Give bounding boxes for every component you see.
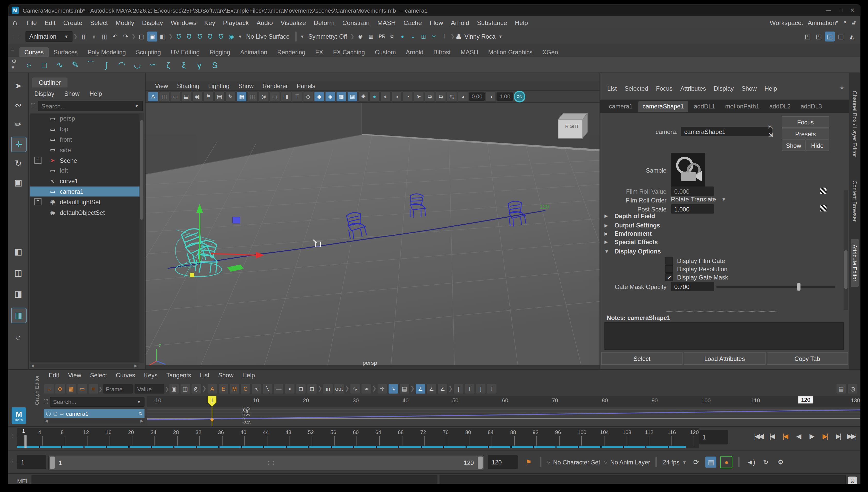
keyframe-marker-blue[interactable] xyxy=(233,217,240,223)
menu-item[interactable]: Modify xyxy=(111,19,138,26)
shelf-gear-icon[interactable]: ⚙▾ xyxy=(11,58,17,70)
attribute-editor-menu-item[interactable]: Show xyxy=(739,85,760,92)
safe-title-icon[interactable]: T xyxy=(292,92,302,102)
buffer-curve-snapshot-icon[interactable]: ∿ xyxy=(350,384,361,394)
menu-item[interactable]: Edit xyxy=(41,19,59,26)
menu-item[interactable]: MASH xyxy=(374,19,400,26)
stacked-view-icon[interactable]: ∠ xyxy=(426,384,437,394)
render-settings-icon[interactable]: ⚙ xyxy=(387,31,397,42)
menu-item[interactable]: Substance xyxy=(473,19,511,26)
swap-buffer-curve-icon[interactable]: ≈ xyxy=(361,384,372,394)
render-sequence-icon[interactable]: ◫ xyxy=(418,31,428,42)
gate-mask-opacity-field[interactable]: 0.700 xyxy=(671,282,714,291)
open-dope-sheet-icon[interactable]: ▤ xyxy=(836,384,846,394)
modeling-toolkit-icon[interactable]: ◰ xyxy=(802,31,813,42)
menu-item[interactable]: Deform xyxy=(310,19,339,26)
time-sync-icon[interactable]: ↻ xyxy=(760,457,771,468)
viewport-menu-item[interactable]: View xyxy=(151,82,172,89)
curve-filter-icon[interactable]: ∿ xyxy=(388,384,399,394)
graph-editor-menu-item[interactable]: Curves xyxy=(112,372,139,379)
select-cursor-icon[interactable]: ➤ xyxy=(414,92,424,102)
graph-editor-menu-item[interactable]: Select xyxy=(86,372,111,379)
visibility-icon[interactable]: ◯ xyxy=(46,411,51,416)
ge-ruler[interactable]: -101020304050607080901001101301201 xyxy=(147,396,860,407)
layout-outliner-persp-icon[interactable]: ▥ xyxy=(11,308,27,323)
live-surface-label[interactable]: No Live Surface xyxy=(244,33,292,40)
mel-command-input[interactable] xyxy=(31,475,438,484)
curve-fillet-icon[interactable]: ζ xyxy=(162,59,174,71)
snap-curve-icon[interactable]: Ʊ xyxy=(184,31,194,42)
use-default-material-icon[interactable]: ▨ xyxy=(347,92,357,102)
symmetry-dropdown-icon[interactable]: ▼ xyxy=(300,34,304,39)
outliner-item[interactable]: + ▭ camera1 xyxy=(30,186,144,197)
shelf-menu-icon[interactable]: ≡ xyxy=(11,47,14,53)
mel-label[interactable]: MEL xyxy=(17,477,29,484)
graph-editor-filter-icon[interactable]: ⛶ xyxy=(44,398,48,405)
menu-item[interactable]: Flow xyxy=(426,19,447,26)
drag-handle[interactable]: ⋮⋮ xyxy=(11,34,22,39)
save-scene-icon[interactable]: ◫ xyxy=(99,31,109,42)
menu-item[interactable]: Help xyxy=(511,19,532,26)
move-tool-icon[interactable]: ✛ xyxy=(11,137,27,152)
menu-item[interactable]: Select xyxy=(86,19,112,26)
viewport-menu-item[interactable]: Panels xyxy=(293,82,319,89)
resolution-gate-icon[interactable]: ◎ xyxy=(258,92,269,102)
shelf-tab[interactable]: Custom xyxy=(370,47,401,57)
snap-grid-icon[interactable]: Ʊ xyxy=(174,31,184,42)
outliner-item[interactable]: + ▭ front xyxy=(30,134,144,145)
play-forwards-button[interactable]: ▶ xyxy=(806,429,817,443)
viewport-menu-item[interactable]: Show xyxy=(234,82,257,89)
auto-tangent-icon[interactable]: A xyxy=(207,384,218,394)
frame-input[interactable]: Frame xyxy=(103,384,133,394)
minimize-button[interactable]: — xyxy=(826,7,831,14)
snap-projected-center-icon[interactable]: Ʊ xyxy=(205,31,215,42)
three-point-arc-icon[interactable]: ◠ xyxy=(116,59,128,71)
menu-set-dropdown[interactable]: Animation ▼ xyxy=(25,31,72,42)
shelf-tab[interactable]: Poly Modeling xyxy=(83,47,131,57)
script-editor-icon[interactable]: {;} xyxy=(848,476,857,484)
graph-editor-menu-item[interactable]: Tangents xyxy=(163,372,195,379)
attribute-section-header[interactable]: ▶ Special Effects xyxy=(604,239,658,245)
snap-to-grid-icon[interactable]: ◫ xyxy=(159,92,170,102)
template-icon[interactable]: ▢ xyxy=(53,411,57,416)
cached-playback-icon[interactable]: ▤ xyxy=(705,457,717,468)
attribute-editor-tab[interactable]: addDL1 xyxy=(690,101,720,112)
attribute-editor-button[interactable]: Load Attributes xyxy=(684,352,766,365)
sidebar-tab[interactable]: Attribute Editor xyxy=(850,239,859,287)
shadows-icon[interactable]: ● xyxy=(369,92,380,102)
ge-playhead[interactable]: 1 xyxy=(208,396,217,407)
unify-tangents-icon[interactable]: ⊞ xyxy=(306,384,317,394)
home-icon[interactable]: ⌂ xyxy=(13,18,17,27)
image-plane-icon[interactable]: ▤ xyxy=(214,92,225,102)
outliner-title[interactable]: Outliner xyxy=(32,77,68,88)
select-hierarchy-icon[interactable]: ▢ xyxy=(137,31,147,42)
select-component-icon[interactable]: ◧ xyxy=(158,31,168,42)
two-point-arc-icon[interactable]: ◡ xyxy=(131,59,143,71)
menu-item[interactable]: Constrain xyxy=(339,19,374,26)
step-back-frame-button[interactable]: |◀ xyxy=(779,429,790,443)
wireframe-on-shaded-icon[interactable]: ◈ xyxy=(325,92,336,102)
show-output-icon[interactable]: ⇲ xyxy=(768,132,773,138)
character-set-dropdown[interactable]: ▽No Character Set xyxy=(547,459,600,465)
presets-button[interactable]: Presets xyxy=(782,128,829,139)
exposure-field[interactable]: 0.00 xyxy=(469,93,485,101)
snap-more-icon[interactable]: ▼ xyxy=(238,34,243,39)
move-nearest-key-tool-icon[interactable]: ↔ xyxy=(44,384,54,394)
shelf-tab[interactable]: Curves xyxy=(19,47,49,57)
lasso-tool-icon[interactable]: ∾ xyxy=(11,98,25,112)
make-live-icon[interactable]: ◉ xyxy=(226,31,236,42)
frame-playback-icon[interactable]: ◫ xyxy=(180,384,191,394)
shelf-tab[interactable]: Bifrost xyxy=(428,47,456,57)
nurbs-circle-icon[interactable]: ○ xyxy=(23,59,35,71)
expand-icon[interactable]: + xyxy=(34,198,42,205)
clamped-tangent-icon[interactable]: M xyxy=(229,384,240,394)
snap-point-icon[interactable]: Ʊ xyxy=(195,31,205,42)
separator[interactable] xyxy=(410,384,415,393)
graph-editor-hscrollbar[interactable]: ◀▶ xyxy=(44,419,145,423)
pause-viewport-icon[interactable]: ‖ xyxy=(440,31,450,42)
render-region-icon[interactable]: ▩ xyxy=(366,31,376,42)
notes-textarea[interactable] xyxy=(604,322,844,349)
outliner-item[interactable]: + ▭ left xyxy=(30,165,144,176)
menu-item[interactable]: Cache xyxy=(400,19,426,26)
shelf-tab[interactable]: Rigging xyxy=(204,47,235,57)
